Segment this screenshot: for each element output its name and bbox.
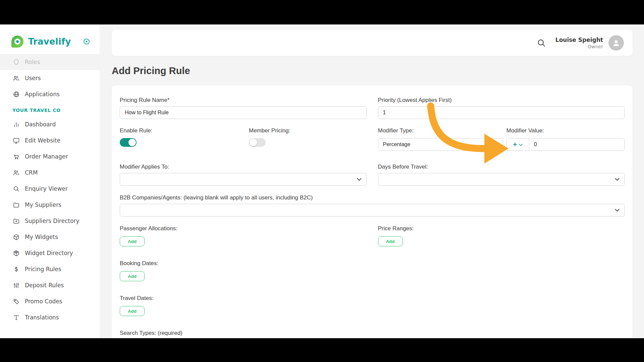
globe-icon [12, 90, 20, 98]
avatar[interactable] [608, 35, 624, 51]
sidebar-item-crm[interactable]: CRM [0, 165, 100, 181]
sidebar-item-enquiry-viewer[interactable]: Enquiry Viewer [0, 181, 100, 197]
enable-rule-toggle[interactable] [120, 138, 137, 147]
folder-plus-icon [12, 217, 20, 225]
member-pricing-toggle[interactable] [249, 138, 266, 147]
sidebar-item-my-suppliers[interactable]: My Suppliers [0, 197, 100, 213]
sidebar-item-label: Translations [25, 314, 59, 321]
modifier-value-label: Modifier Value: [506, 127, 625, 134]
search-icon [12, 185, 20, 192]
sidebar-item-label: Roles [25, 59, 40, 65]
price-ranges-add-button[interactable]: Add [378, 236, 403, 246]
sliders-icon [12, 282, 20, 289]
sidebar-item-label: Dashboard [25, 121, 56, 128]
cart-icon [12, 153, 20, 160]
sidebar-item-label: Users [25, 75, 41, 81]
sidebar-item-label: Deposit Rules [25, 282, 64, 289]
b2b-companies-select[interactable] [120, 204, 625, 217]
modifier-value-group: + 0 [506, 138, 625, 151]
sidebar-item-applications[interactable]: Applications [0, 86, 100, 102]
brand-name: Travelify [28, 37, 83, 47]
tag-icon [12, 298, 20, 305]
user-name: Louise Speight [555, 37, 603, 44]
sidebar-item-suppliers-directory[interactable]: Suppliers Directory [0, 213, 100, 229]
sidebar-item-label: Enquiry Viewer [25, 185, 68, 192]
dollar-icon [12, 265, 20, 273]
sidebar-item-deposit-rules[interactable]: Deposit Rules [0, 277, 100, 293]
plus-icon: + [513, 141, 517, 148]
sidebar-nav: Roles Users Applications YOUR TRAVEL CO [0, 54, 100, 325]
sidebar-item-order-manager[interactable]: Order Manager [0, 148, 100, 165]
pricing-rule-form: Pricing Rule Name* How to Flight Rule Pr… [112, 85, 633, 338]
sidebar-item-roles[interactable]: Roles [0, 54, 100, 70]
sidebar-item-widget-directory[interactable]: Widget Directory [0, 245, 100, 261]
chevron-down-icon [519, 141, 523, 147]
priority-input[interactable]: 1 [378, 106, 625, 119]
modifier-type-select[interactable]: Percentage [378, 138, 503, 151]
sidebar-item-label: Edit Website [25, 137, 60, 144]
package-icon [12, 233, 20, 241]
travelify-logo-icon [11, 36, 23, 48]
sidebar-item-my-widgets[interactable]: My Widgets [0, 229, 100, 245]
member-pricing-label: Member Pricing: [249, 127, 367, 134]
enable-rule-label: Enable Rule: [120, 127, 237, 134]
sidebar-section-label: YOUR TRAVEL CO [12, 108, 100, 114]
bar-chart-icon [12, 121, 20, 128]
people-icon [12, 169, 20, 176]
sidebar-item-promo-codes[interactable]: Promo Codes [0, 293, 100, 309]
sidebar: Travelify Roles Users [0, 24, 100, 338]
booking-dates-label: Booking Dates: [120, 260, 625, 267]
user-role: Owner [555, 44, 603, 50]
travel-dates-label: Travel Dates: [120, 295, 625, 302]
days-before-travel-label: Days Before Travel: [378, 164, 625, 170]
modifier-type-label: Modifier Type: [378, 127, 503, 134]
chevron-down-icon [493, 141, 498, 147]
users-icon [12, 74, 20, 82]
sidebar-item-label: Promo Codes [25, 298, 62, 305]
text-icon [12, 314, 20, 321]
sidebar-item-label: My Suppliers [25, 201, 61, 208]
b2b-companies-label: B2B Companies/Agents: (leaving blank wil… [120, 194, 625, 201]
monitor-icon [12, 137, 20, 144]
sidebar-item-label: Order Manager [25, 153, 68, 160]
screen: Travelify Roles Users [0, 0, 644, 362]
sidebar-item-label: Pricing Rules [25, 266, 61, 273]
chevron-down-icon [357, 176, 362, 182]
sidebar-item-label: CRM [25, 169, 38, 176]
topbar: Louise Speight Owner [112, 30, 633, 56]
cube-icon [12, 249, 20, 257]
folder-icon [12, 201, 20, 208]
sidebar-item-dashboard[interactable]: Dashboard [0, 116, 100, 132]
modifier-applies-to-label: Modifier Applies To: [120, 164, 367, 170]
page-title: Add Pricing Rule [112, 65, 633, 77]
sidebar-item-translations[interactable]: Translations [0, 309, 100, 325]
pricing-rule-name-label: Pricing Rule Name* [120, 97, 367, 104]
chevron-down-icon [615, 207, 620, 213]
modifier-applies-to-select[interactable] [120, 173, 367, 186]
travel-dates-add-button[interactable]: Add [120, 306, 145, 316]
booking-dates-add-button[interactable]: Add [120, 271, 145, 281]
target-icon[interactable] [83, 38, 90, 45]
sidebar-item-users[interactable]: Users [0, 70, 100, 86]
passenger-allocations-label: Passenger Allocations: [120, 225, 367, 232]
main-content: Louise Speight Owner Add Pricing Rule Pr… [100, 24, 644, 338]
sidebar-item-pricing-rules[interactable]: Pricing Rules [0, 261, 100, 277]
chevron-down-icon [615, 176, 620, 182]
sidebar-item-label: Suppliers Directory [25, 218, 79, 224]
sidebar-item-label: Widget Directory [25, 250, 73, 256]
pricing-rule-name-input[interactable]: How to Flight Rule [120, 106, 367, 119]
shield-icon [12, 58, 20, 66]
sidebar-item-label: My Widgets [25, 234, 58, 240]
search-icon[interactable] [537, 38, 546, 48]
days-before-travel-select[interactable] [378, 173, 625, 186]
sidebar-logo-row: Travelify [0, 24, 100, 50]
passenger-allocations-add-button[interactable]: Add [120, 236, 145, 246]
app-window: Travelify Roles Users [0, 24, 644, 338]
modifier-sign-button[interactable]: + [507, 138, 529, 150]
user-info[interactable]: Louise Speight Owner [555, 37, 603, 50]
modifier-value-input[interactable]: 0 [529, 138, 624, 150]
search-types-label: Search Types: (required) [120, 330, 625, 337]
price-ranges-label: Price Ranges: [378, 225, 625, 232]
sidebar-item-label: Applications [25, 91, 60, 98]
sidebar-item-edit-website[interactable]: Edit Website [0, 132, 100, 148]
